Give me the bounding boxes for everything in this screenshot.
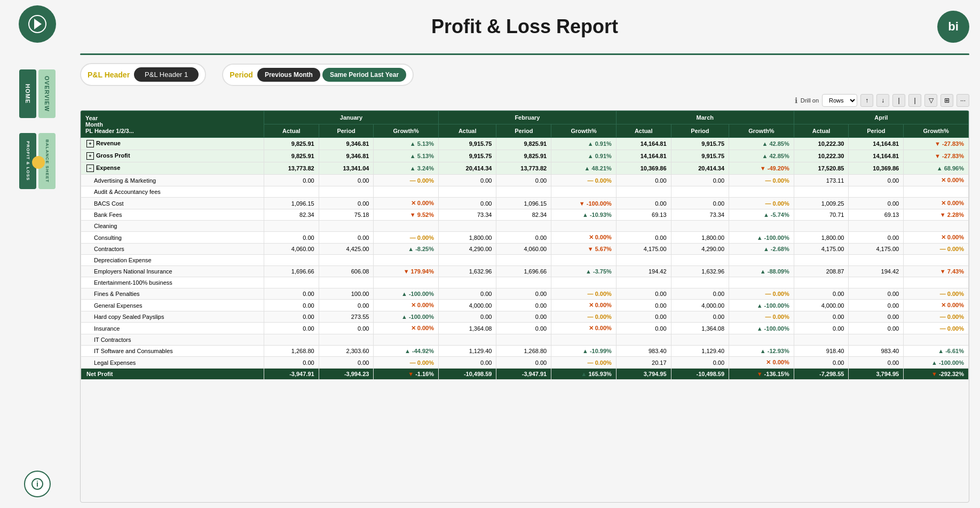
cell-period: -10,498.59 (671, 369, 729, 380)
active-badge (32, 156, 45, 169)
cell-period: 73.34 (671, 209, 729, 221)
cell-growth: — 0.00% (551, 288, 617, 300)
cell-growth: — 0.00% (551, 357, 617, 369)
row-label: IT Software and Consumables (81, 346, 264, 357)
row-label: Net Profit (81, 369, 264, 380)
cell-actual (264, 186, 319, 198)
cell-growth: ▲ -44.92% (374, 346, 439, 357)
cell-growth (551, 221, 617, 232)
info-button[interactable]: i (24, 471, 51, 497)
sidebar-item-home[interactable]: HOME (19, 69, 36, 118)
cell-growth: ▼ -136.15% (729, 369, 794, 380)
sidebar-item-overview[interactable]: OVERVIEW (38, 69, 56, 118)
cell-growth: ▼ 5.67% (551, 244, 617, 255)
cell-growth: ▼ -27.83% (904, 150, 969, 162)
cell-period: 1,096.15 (496, 198, 551, 209)
cell-actual: 0.00 (616, 323, 671, 334)
cell-growth: ▲ 5.13% (374, 150, 439, 162)
cell-period (319, 334, 374, 346)
cell-period: 273.55 (319, 311, 374, 323)
cell-period (496, 334, 551, 346)
cell-actual: 0.00 (616, 175, 671, 186)
cell-growth: ▲ -10.93% (551, 209, 617, 221)
row-label: General Expenses (81, 300, 264, 311)
page-header: Profit & Loss Report bi (80, 11, 969, 43)
cell-period (496, 255, 551, 266)
period-previous-month[interactable]: Previous Month (257, 68, 320, 82)
row-label: Cleaning (81, 221, 264, 232)
period-same-last-year[interactable]: Same Period Last Year (322, 68, 406, 82)
pl-header-value[interactable]: P&L Header 1 (134, 67, 199, 82)
controls-bar: P&L Header P&L Header 1 Period Previous … (80, 63, 969, 86)
cell-actual (794, 277, 849, 288)
cell-growth: — 0.00% (374, 175, 439, 186)
cell-actual: 0.00 (439, 175, 496, 186)
cell-period: 983.40 (849, 346, 904, 357)
cell-period: 9,825.91 (496, 150, 551, 162)
cell-growth: ▲ -88.09% (729, 266, 794, 277)
row-label: Bank Fees (81, 209, 264, 221)
toolbar-bar1-btn[interactable]: | (892, 94, 905, 107)
cell-growth (374, 277, 439, 288)
cell-actual: 9,915.75 (439, 150, 496, 162)
toolbar-drill-select[interactable]: Rows (822, 94, 857, 107)
cell-actual: 1,096.15 (264, 198, 319, 209)
cell-actual: 20,414.34 (439, 162, 496, 175)
cell-growth (729, 277, 794, 288)
cell-period (671, 186, 729, 198)
page-title: Profit & Loss Report (112, 15, 937, 38)
cell-growth: ✕ 0.00% (729, 357, 794, 369)
cell-period: 4,060.00 (496, 244, 551, 255)
cell-actual: 10,369.86 (616, 162, 671, 175)
jan-actual: Actual (264, 124, 319, 138)
cell-period: 0.00 (496, 288, 551, 300)
cell-period: 0.00 (319, 300, 374, 311)
header-logo: bi (937, 11, 969, 43)
cell-growth (904, 221, 969, 232)
cell-actual: 82.34 (264, 209, 319, 221)
cell-period: 1,632.96 (671, 266, 729, 277)
toolbar-grid-btn[interactable]: ⊞ (941, 94, 953, 107)
toolbar-up-btn[interactable]: ↑ (860, 94, 873, 107)
toolbar-down-btn[interactable]: ↓ (876, 94, 889, 107)
cell-period: 194.42 (849, 266, 904, 277)
cell-growth: ▲ -3.75% (551, 266, 617, 277)
cell-growth (551, 334, 617, 346)
cell-growth: ▲ 0.91% (551, 150, 617, 162)
cell-growth: — 0.00% (904, 311, 969, 323)
collapse-btn[interactable]: − (86, 165, 94, 172)
cell-period: 0.00 (496, 311, 551, 323)
cell-actual: 1,268.80 (264, 346, 319, 357)
cell-growth: — 0.00% (904, 244, 969, 255)
toolbar-filter-btn[interactable]: ▽ (924, 94, 937, 107)
cell-growth: ▼ 179.94% (374, 266, 439, 277)
cell-actual: 0.00 (264, 300, 319, 311)
row-label: Advertising & Marketing (81, 175, 264, 186)
expand-btn[interactable]: + (86, 140, 94, 147)
cell-period: 13,341.04 (319, 162, 374, 175)
cell-growth (904, 255, 969, 266)
cell-actual: 173.11 (794, 175, 849, 186)
pl-header-label: P&L Header (88, 71, 130, 79)
cell-actual (264, 255, 319, 266)
cell-growth: — 0.00% (904, 323, 969, 334)
cell-period (671, 334, 729, 346)
cell-growth: ✕ 0.00% (904, 175, 969, 186)
cell-growth: ✕ 0.00% (904, 232, 969, 244)
period-group: Period Previous Month Same Period Last Y… (222, 64, 414, 86)
cell-period: 2,303.60 (319, 346, 374, 357)
cell-actual: 4,000.00 (794, 300, 849, 311)
cell-actual: 983.40 (616, 346, 671, 357)
row-label: Employers National Insurance (81, 266, 264, 277)
cell-growth: ▲ -10.99% (551, 346, 617, 357)
expand-btn[interactable]: + (86, 152, 94, 160)
toolbar-more-btn[interactable]: ··· (957, 94, 969, 107)
col-header-january: January (264, 111, 438, 124)
cell-period: 75.18 (319, 209, 374, 221)
cell-actual: 17,520.85 (794, 162, 849, 175)
period-label: Period (230, 71, 253, 79)
cell-actual: 4,060.00 (264, 244, 319, 255)
cell-actual: 0.00 (794, 311, 849, 323)
toolbar-bar2-btn[interactable]: | (908, 94, 921, 107)
cell-period: 0.00 (319, 175, 374, 186)
